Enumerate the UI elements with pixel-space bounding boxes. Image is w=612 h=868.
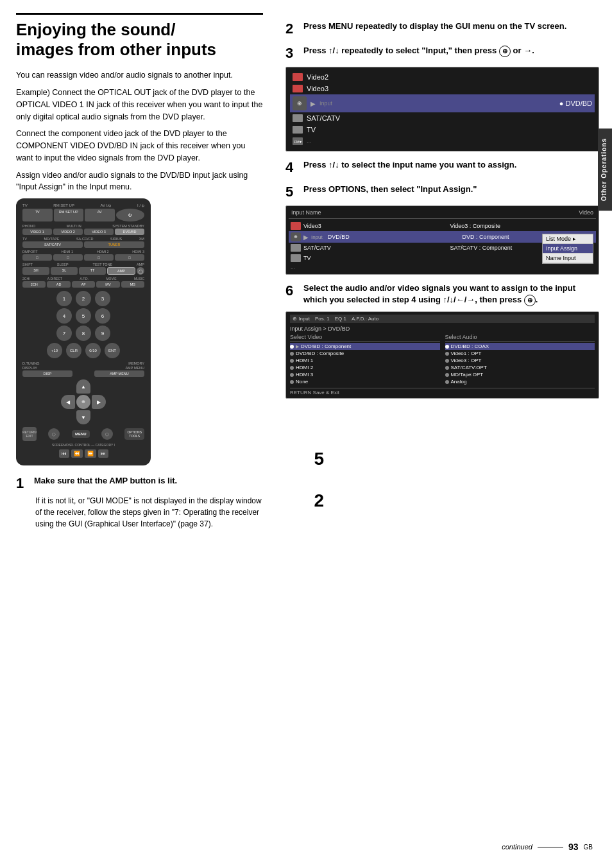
ba-header: ⊕ Input Pos. 1 EQ 1 A.F.D.: Auto [290, 315, 595, 323]
sleep-button[interactable]: SL [51, 267, 78, 275]
ba-audio-label-4: MD/Tape:OPT [451, 372, 484, 378]
next-button[interactable]: ⏩ [85, 449, 96, 458]
screen-dsr-label: SCREEN/DSR. CONTROL — CATEGORY I [22, 443, 144, 447]
dmport-label: DMPORT [22, 250, 38, 254]
ampmenu-label: AMP MENU [125, 366, 144, 370]
nav-down-button[interactable]: ▼ [76, 410, 90, 424]
amp-button[interactable]: AMP [107, 267, 135, 275]
video3-button[interactable]: VIDEO 3 [84, 229, 114, 235]
power-button[interactable]: ⏻ [116, 209, 145, 221]
ba-video-row-2: HDMI 1 [290, 357, 440, 364]
ba-video-label-2: HDMI 1 [296, 358, 313, 363]
music-button[interactable]: MS [121, 281, 144, 288]
popup-input-assign[interactable]: Input Assign [543, 244, 593, 254]
ba-audio-row-3: SAT/CATV:OPT [445, 364, 595, 371]
nav-up-button[interactable]: ▲ [76, 379, 90, 394]
test-tone-button[interactable]: TT [79, 267, 106, 275]
num6-button[interactable]: 6 [95, 308, 110, 324]
hdmi1-button[interactable]: □ [53, 254, 83, 261]
assign-satcatv-icon [291, 244, 301, 252]
assign-video3-label: Video3 [303, 223, 448, 229]
step3-number: 3 [285, 45, 298, 62]
rm-setup-label: RM SET UP [53, 204, 74, 207]
page-number: 93 [568, 842, 579, 852]
010-button[interactable]: 0/10 [85, 343, 101, 358]
assign-row-more2: ... [289, 263, 596, 272]
gui-row-video2: Video2 [290, 71, 595, 83]
multi-in-label: MULTI IN [67, 224, 81, 228]
shift-button[interactable]: SH [22, 267, 49, 275]
num3-button[interactable]: 3 [95, 291, 110, 306]
left-circle-button[interactable]: ◯ [48, 428, 60, 440]
gui-row-dvdbd: ⊕ ▶ Input ● DVD/BD [290, 94, 595, 112]
prev-button[interactable]: ⏪ [71, 449, 83, 458]
adirect-button[interactable]: AD [47, 281, 70, 288]
ba-audio-dot-4 [445, 373, 449, 377]
options-button[interactable]: OPTIONSTOOLS [124, 428, 144, 440]
page-footer: continued 93GB [502, 842, 593, 852]
ba-video-label-5: None [296, 379, 308, 385]
return-exit-button[interactable]: RETURN/ EXIT [22, 427, 37, 441]
gui-dvdbd-label: ● DVD/BD [559, 100, 592, 107]
dvd-bd-button[interactable]: DVD/BD [115, 229, 144, 235]
hdmi2-button[interactable]: □ [84, 254, 114, 261]
ba-audio-label-3: SAT/CATV:OPT [451, 365, 487, 370]
num7-button[interactable]: 7 [56, 326, 72, 341]
nav-right-button[interactable]: ▶ [92, 395, 106, 409]
ba-afd: A.F.D.: Auto [352, 316, 378, 322]
assign-satcatv-label: SAT/CATV [303, 245, 448, 251]
num5-button[interactable]: 5 [76, 308, 91, 324]
ba-audio-label-1: Video1 : OPT [451, 351, 482, 356]
ff-button[interactable]: ⏭ [98, 449, 108, 458]
assign-tv-icon [291, 254, 301, 262]
ba-audio-row-4: MD/Tape:OPT [445, 371, 595, 378]
enter-button[interactable]: ENT [105, 343, 120, 358]
2ch-button[interactable]: 2CH [22, 281, 46, 288]
sa-cd-label: SA-CD/CD [76, 237, 94, 241]
ba-audio-row-1: Video1 : OPT [445, 350, 595, 357]
right-circle-button[interactable]: ◯ [101, 428, 113, 440]
hdmi3-button[interactable]: □ [115, 254, 144, 261]
display-button[interactable]: DISP [22, 370, 72, 377]
assign-header: Input Name Video [289, 209, 596, 219]
sat-catv-button[interactable]: SAT/CATV [22, 241, 83, 248]
nav-center-button[interactable]: ⊕ [76, 395, 90, 409]
dial[interactable]: ◯ [137, 267, 144, 275]
num8-button[interactable]: 8 [76, 326, 91, 341]
xm-label: XM [139, 237, 144, 241]
menu-button[interactable]: MENU [72, 430, 90, 438]
clear-button[interactable]: CLR [66, 343, 81, 358]
assign-tv-label: TV [303, 255, 448, 261]
ba-video-label-4: HDMI 3 [296, 372, 313, 378]
page-container: Enjoying the sound/ images from other in… [0, 0, 612, 868]
ba-input-label: ⊕ Input [293, 316, 310, 322]
num2-button[interactable]: 2 [76, 291, 91, 306]
plus10-button[interactable]: +10 [47, 343, 62, 358]
ba-eq: EQ 1 [335, 316, 346, 322]
afd-button[interactable]: AF [72, 281, 95, 288]
nav-left-button[interactable]: ◀ [61, 395, 75, 409]
dvdbd-icon: ⊕ [293, 96, 307, 110]
num9-button[interactable]: 9 [95, 326, 110, 341]
phono-button[interactable]: VIDEO 1 [22, 229, 52, 235]
step1-sub: If it is not lit, or "GUI MODE" is not d… [16, 495, 263, 530]
md-tape-label: MD/TAPE [44, 237, 59, 241]
tv2-label: TV [22, 237, 27, 241]
ampmenu-button[interactable]: AMP MENU [94, 370, 144, 377]
tuner-button[interactable]: TUNER [84, 241, 144, 248]
hdmi2-label: HDMI 2 [97, 250, 109, 254]
popup-name-input[interactable]: Name Input [543, 254, 593, 263]
video2-button[interactable]: VIDEO 2 [53, 229, 83, 235]
movie-button[interactable]: MV [96, 281, 119, 288]
left-column: Enjoying the sound/ images from other in… [0, 0, 276, 868]
dmport-button[interactable]: □ [22, 254, 52, 261]
ba-dot-3 [290, 366, 294, 370]
popup-list-mode[interactable]: List Mode ▸ [543, 234, 593, 244]
num4-button[interactable]: 4 [56, 308, 72, 324]
num1-button[interactable]: 1 [56, 291, 72, 306]
rm-setup-button[interactable]: RM SET UP [54, 209, 84, 221]
gui-row-satcatv: SAT/CATV [290, 112, 595, 124]
av-button[interactable]: AV [85, 209, 115, 221]
rew-button[interactable]: ⏮ [59, 449, 69, 458]
tv-button[interactable]: TV [22, 209, 53, 221]
